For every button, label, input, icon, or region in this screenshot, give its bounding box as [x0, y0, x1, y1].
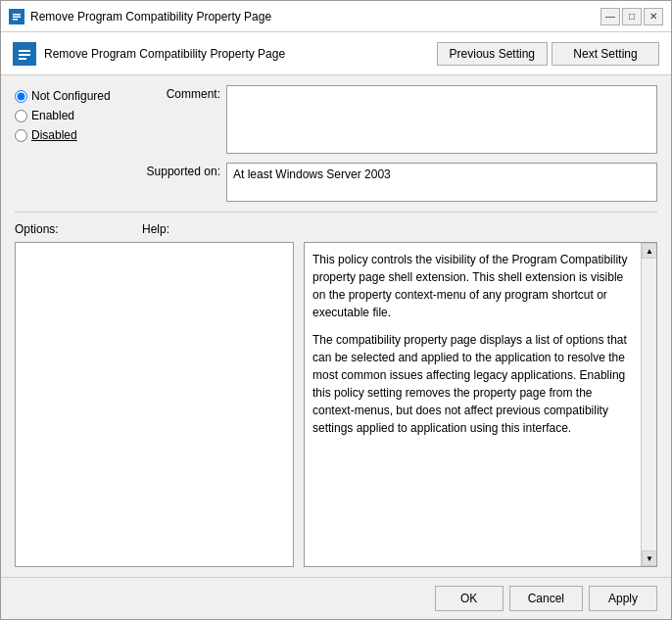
title-bar-controls: — □ ✕	[600, 8, 663, 25]
supported-value-box: At least Windows Server 2003	[226, 163, 657, 202]
help-paragraph-2: The compatibility property page displays…	[312, 331, 633, 437]
help-paragraph-1: This policy controls the visibility of t…	[312, 251, 633, 321]
comment-row: Comment:	[142, 85, 657, 157]
title-bar-left: Remove Program Compatibility Property Pa…	[9, 9, 271, 24]
radio-group: Not Configured Enabled Disabled	[15, 85, 132, 202]
disabled-input[interactable]	[15, 129, 27, 142]
supported-value: At least Windows Server 2003	[233, 167, 391, 181]
svg-rect-2	[13, 16, 21, 18]
header-icon	[13, 42, 36, 66]
window-title: Remove Program Compatibility Property Pa…	[30, 10, 271, 24]
disabled-label: Disabled	[31, 128, 77, 142]
window-icon	[9, 9, 24, 24]
enabled-radio[interactable]: Enabled	[15, 109, 132, 122]
help-scrollbar[interactable]: ▲ ▼	[641, 243, 656, 566]
supported-row: Supported on: At least Windows Server 20…	[142, 163, 657, 202]
content-area: Not Configured Enabled Disabled Comment:	[1, 75, 671, 577]
next-setting-button[interactable]: Next Setting	[552, 42, 659, 66]
scroll-up-arrow[interactable]: ▲	[642, 243, 657, 259]
close-button[interactable]: ✕	[644, 8, 663, 25]
ok-button[interactable]: OK	[435, 586, 504, 611]
comment-wrapper	[226, 85, 657, 157]
main-window: Remove Program Compatibility Property Pa…	[0, 0, 672, 620]
not-configured-radio[interactable]: Not Configured	[15, 89, 132, 103]
svg-rect-6	[19, 54, 30, 56]
options-panel[interactable]	[15, 242, 294, 567]
header-buttons: Previous Setting Next Setting	[437, 42, 659, 66]
enabled-input[interactable]	[15, 110, 27, 122]
help-text-area: This policy controls the visibility of t…	[305, 243, 641, 566]
not-configured-input[interactable]	[15, 90, 27, 103]
right-section: Comment: Supported on: At least Windows …	[142, 85, 657, 202]
divider	[15, 212, 657, 213]
supported-wrapper: At least Windows Server 2003	[226, 163, 657, 202]
header-left: Remove Program Compatibility Property Pa…	[13, 42, 285, 66]
options-label: Options:	[15, 222, 132, 236]
top-section: Not Configured Enabled Disabled Comment:	[15, 85, 657, 202]
disabled-radio[interactable]: Disabled	[15, 128, 132, 142]
comment-input[interactable]	[226, 85, 657, 154]
apply-button[interactable]: Apply	[589, 586, 657, 611]
cancel-button[interactable]: Cancel	[509, 586, 583, 611]
previous-setting-button[interactable]: Previous Setting	[437, 42, 548, 66]
options-help-labels: Options: Help:	[15, 222, 657, 236]
svg-rect-3	[13, 19, 18, 21]
footer: OK Cancel Apply	[1, 577, 671, 619]
panels-row: This policy controls the visibility of t…	[15, 242, 657, 567]
maximize-button[interactable]: □	[622, 8, 642, 25]
supported-label: Supported on:	[142, 163, 220, 178]
header-bar: Remove Program Compatibility Property Pa…	[1, 32, 671, 75]
enabled-label: Enabled	[31, 109, 74, 122]
svg-rect-7	[19, 58, 26, 60]
minimize-button[interactable]: —	[600, 8, 620, 25]
help-label: Help:	[142, 222, 169, 236]
svg-rect-1	[13, 14, 21, 16]
comment-label: Comment:	[142, 85, 220, 101]
svg-rect-5	[19, 50, 30, 52]
not-configured-label: Not Configured	[31, 89, 111, 103]
title-bar: Remove Program Compatibility Property Pa…	[1, 1, 671, 32]
header-title: Remove Program Compatibility Property Pa…	[44, 47, 285, 61]
help-panel: This policy controls the visibility of t…	[304, 242, 657, 567]
scroll-down-arrow[interactable]: ▼	[642, 550, 657, 566]
